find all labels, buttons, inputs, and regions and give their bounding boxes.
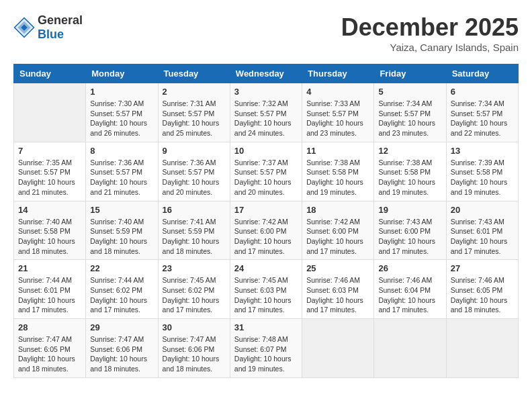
day-info: Sunrise: 7:48 AM Sunset: 6:07 PM Dayligh… [234,334,298,374]
logo-icon [13,17,35,38]
day-info: Sunrise: 7:46 AM Sunset: 6:03 PM Dayligh… [306,275,369,315]
day-info: Sunrise: 7:43 AM Sunset: 6:01 PM Dayligh… [451,217,514,257]
day-info: Sunrise: 7:46 AM Sunset: 6:05 PM Dayligh… [451,275,514,315]
month-title: December 2025 [341,13,519,42]
calendar-cell: 11Sunrise: 7:38 AM Sunset: 5:58 PM Dayli… [302,142,374,201]
day-number: 20 [451,205,514,215]
day-info: Sunrise: 7:36 AM Sunset: 5:57 PM Dayligh… [163,158,226,197]
day-number: 24 [234,263,298,273]
day-info: Sunrise: 7:36 AM Sunset: 5:57 PM Dayligh… [90,158,153,197]
logo-text: General Blue [38,13,83,42]
calendar-cell: 22Sunrise: 7:44 AM Sunset: 6:02 PM Dayli… [86,260,158,319]
calendar-cell [446,319,518,378]
calendar-cell [302,319,374,378]
weekday-header-thursday: Thursday [302,64,374,83]
day-number: 17 [234,205,298,215]
logo: General Blue [13,13,83,42]
day-number: 1 [90,87,153,97]
calendar-cell: 10Sunrise: 7:37 AM Sunset: 5:57 PM Dayli… [230,142,302,201]
day-info: Sunrise: 7:47 AM Sunset: 6:05 PM Dayligh… [18,334,81,374]
calendar-week-5: 28Sunrise: 7:47 AM Sunset: 6:05 PM Dayli… [14,319,519,378]
day-number: 16 [163,205,226,215]
day-number: 15 [90,205,153,215]
calendar-cell: 23Sunrise: 7:45 AM Sunset: 6:02 PM Dayli… [158,260,230,319]
day-info: Sunrise: 7:31 AM Sunset: 5:57 PM Dayligh… [163,99,226,138]
day-number: 26 [378,263,441,273]
logo-general: General [38,13,83,27]
calendar-cell: 8Sunrise: 7:36 AM Sunset: 5:57 PM Daylig… [86,142,158,201]
calendar-cell: 26Sunrise: 7:46 AM Sunset: 6:04 PM Dayli… [374,260,446,319]
day-number: 31 [234,322,298,332]
calendar-cell: 20Sunrise: 7:43 AM Sunset: 6:01 PM Dayli… [446,201,518,260]
day-info: Sunrise: 7:34 AM Sunset: 5:57 PM Dayligh… [451,99,514,138]
day-info: Sunrise: 7:43 AM Sunset: 6:00 PM Dayligh… [378,217,441,257]
calendar-cell: 29Sunrise: 7:47 AM Sunset: 6:06 PM Dayli… [86,319,158,378]
day-info: Sunrise: 7:46 AM Sunset: 6:04 PM Dayligh… [378,275,441,315]
day-info: Sunrise: 7:44 AM Sunset: 6:01 PM Dayligh… [18,275,81,315]
day-number: 30 [163,322,226,332]
day-number: 25 [306,263,369,273]
calendar-cell: 27Sunrise: 7:46 AM Sunset: 6:05 PM Dayli… [446,260,518,319]
calendar-week-2: 7Sunrise: 7:35 AM Sunset: 5:57 PM Daylig… [14,142,519,201]
page-header: General Blue December 2025 Yaiza, Canary… [13,13,519,53]
day-info: Sunrise: 7:41 AM Sunset: 5:59 PM Dayligh… [163,217,226,257]
day-number: 8 [90,146,153,156]
day-number: 6 [451,87,514,97]
calendar-cell: 25Sunrise: 7:46 AM Sunset: 6:03 PM Dayli… [302,260,374,319]
calendar-week-3: 14Sunrise: 7:40 AM Sunset: 5:58 PM Dayli… [14,201,519,260]
day-number: 3 [234,87,298,97]
calendar-week-4: 21Sunrise: 7:44 AM Sunset: 6:01 PM Dayli… [14,260,519,319]
day-info: Sunrise: 7:32 AM Sunset: 5:57 PM Dayligh… [234,99,298,138]
day-number: 2 [163,87,226,97]
day-number: 11 [306,146,369,156]
calendar-cell: 14Sunrise: 7:40 AM Sunset: 5:58 PM Dayli… [14,201,86,260]
calendar-cell: 18Sunrise: 7:42 AM Sunset: 6:00 PM Dayli… [302,201,374,260]
day-number: 28 [18,322,81,332]
day-info: Sunrise: 7:30 AM Sunset: 5:57 PM Dayligh… [90,99,153,138]
weekday-header-wednesday: Wednesday [230,64,302,83]
calendar-cell: 2Sunrise: 7:31 AM Sunset: 5:57 PM Daylig… [158,83,230,142]
day-info: Sunrise: 7:34 AM Sunset: 5:57 PM Dayligh… [378,99,441,138]
day-info: Sunrise: 7:35 AM Sunset: 5:57 PM Dayligh… [18,158,81,197]
weekday-header-saturday: Saturday [446,64,518,83]
calendar-cell: 28Sunrise: 7:47 AM Sunset: 6:05 PM Dayli… [14,319,86,378]
day-info: Sunrise: 7:47 AM Sunset: 6:06 PM Dayligh… [163,334,226,374]
logo-blue: Blue [38,28,64,41]
day-number: 18 [306,205,369,215]
day-info: Sunrise: 7:44 AM Sunset: 6:02 PM Dayligh… [90,275,153,315]
day-info: Sunrise: 7:42 AM Sunset: 6:00 PM Dayligh… [306,217,369,257]
day-info: Sunrise: 7:42 AM Sunset: 6:00 PM Dayligh… [234,217,298,257]
day-number: 27 [451,263,514,273]
weekday-header-sunday: Sunday [14,64,86,83]
day-info: Sunrise: 7:38 AM Sunset: 5:58 PM Dayligh… [306,158,369,197]
day-number: 9 [163,146,226,156]
day-info: Sunrise: 7:40 AM Sunset: 5:59 PM Dayligh… [90,217,153,257]
calendar-cell: 3Sunrise: 7:32 AM Sunset: 5:57 PM Daylig… [230,83,302,142]
day-number: 29 [90,322,153,332]
day-number: 13 [451,146,514,156]
day-number: 12 [378,146,441,156]
title-block: December 2025 Yaiza, Canary Islands, Spa… [341,13,519,53]
day-number: 10 [234,146,298,156]
day-info: Sunrise: 7:38 AM Sunset: 5:58 PM Dayligh… [378,158,441,197]
calendar-table: SundayMondayTuesdayWednesdayThursdayFrid… [13,64,519,378]
location: Yaiza, Canary Islands, Spain [341,42,519,53]
day-number: 19 [378,205,441,215]
calendar-cell: 21Sunrise: 7:44 AM Sunset: 6:01 PM Dayli… [14,260,86,319]
calendar-cell: 15Sunrise: 7:40 AM Sunset: 5:59 PM Dayli… [86,201,158,260]
day-number: 23 [163,263,226,273]
day-number: 14 [18,205,81,215]
day-info: Sunrise: 7:33 AM Sunset: 5:57 PM Dayligh… [306,99,369,138]
day-info: Sunrise: 7:39 AM Sunset: 5:58 PM Dayligh… [451,158,514,197]
calendar-cell: 6Sunrise: 7:34 AM Sunset: 5:57 PM Daylig… [446,83,518,142]
day-info: Sunrise: 7:47 AM Sunset: 6:06 PM Dayligh… [90,334,153,374]
weekday-header-row: SundayMondayTuesdayWednesdayThursdayFrid… [14,64,519,83]
calendar-cell: 7Sunrise: 7:35 AM Sunset: 5:57 PM Daylig… [14,142,86,201]
calendar-cell: 5Sunrise: 7:34 AM Sunset: 5:57 PM Daylig… [374,83,446,142]
day-info: Sunrise: 7:45 AM Sunset: 6:02 PM Dayligh… [163,275,226,315]
calendar-week-1: 1Sunrise: 7:30 AM Sunset: 5:57 PM Daylig… [14,83,519,142]
calendar-cell: 17Sunrise: 7:42 AM Sunset: 6:00 PM Dayli… [230,201,302,260]
calendar-cell: 16Sunrise: 7:41 AM Sunset: 5:59 PM Dayli… [158,201,230,260]
day-number: 21 [18,263,81,273]
day-number: 4 [306,87,369,97]
